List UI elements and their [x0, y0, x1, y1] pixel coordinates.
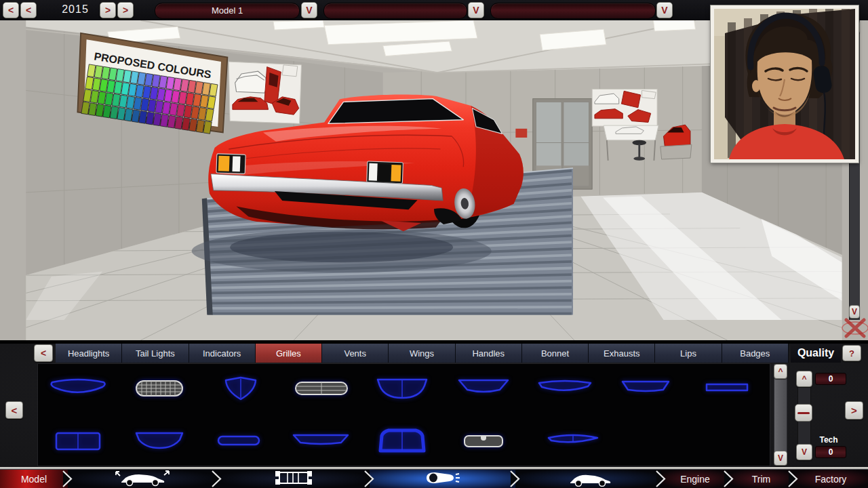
nav-step-trim-car-icon[interactable]	[515, 470, 661, 488]
grille-part-dome-split[interactable]	[370, 426, 435, 456]
tab-badges[interactable]: Badges	[722, 344, 789, 363]
grille-part-pill-notch[interactable]	[451, 426, 516, 456]
grille-part-trapezoid-wide-thin[interactable]	[288, 426, 353, 456]
nav-chevron-icon	[210, 470, 224, 488]
dropdown-3-button[interactable]: V	[656, 2, 673, 18]
dropdown-2[interactable]	[323, 3, 467, 19]
nav-chevron-icon	[787, 470, 800, 488]
trim-car-icon	[565, 469, 612, 488]
fixture-selection-panel: < HeadlightsTail LightsIndicatorsGrilles…	[0, 340, 868, 469]
nav-chevron-icon	[654, 470, 668, 488]
dropdown-2-button[interactable]: V	[468, 2, 484, 18]
grille-part-smile-thin[interactable]	[532, 373, 597, 403]
model-dropdown-button[interactable]: V	[301, 2, 317, 18]
design-sketch-poster-left	[229, 62, 301, 123]
quality-slider-handle[interactable]	[795, 404, 812, 422]
styling-icon	[112, 469, 173, 488]
grille-part-trapezoid-round[interactable]	[127, 426, 192, 456]
grille-part-trapezoid-thin[interactable]	[613, 373, 678, 403]
tech-value: 0	[815, 446, 846, 458]
tab-indicators[interactable]: Indicators	[189, 344, 256, 363]
facecam-video	[714, 9, 855, 159]
parts-prev-page-button[interactable]: <	[5, 401, 23, 419]
nav-chevron-icon	[61, 470, 75, 488]
tab-lips[interactable]: Lips	[655, 344, 722, 363]
nav-step-engine[interactable]: Engine	[661, 470, 729, 488]
grille-part-pill-thin[interactable]	[206, 426, 271, 456]
game-window: < < 2015 > > Model 1 V V V	[0, 0, 868, 488]
tab-exhausts[interactable]: Exhausts	[589, 344, 655, 363]
grille-part-mesh-oval[interactable]	[127, 373, 192, 403]
nav-chevron-icon	[722, 470, 736, 488]
nav-step-trim[interactable]: Trim	[729, 470, 793, 488]
year-label: 2015	[45, 3, 106, 16]
quality-up-button[interactable]: ^	[796, 371, 812, 387]
parts-next-page-button[interactable]: >	[845, 401, 863, 420]
tech-label: Tech	[811, 435, 846, 445]
nav-chevron-icon	[509, 470, 522, 488]
quality-panel-title: Quality	[791, 344, 841, 363]
grille-part-halfround-split[interactable]	[370, 373, 435, 403]
tab-tail-lights[interactable]: Tail Lights	[122, 344, 189, 363]
tab-bonnet[interactable]: Bonnet	[522, 344, 589, 363]
wall-cabinet	[515, 129, 527, 138]
grille-part-shield[interactable]	[208, 373, 273, 403]
car-taillight-right	[367, 161, 403, 184]
grille-part-slat-oval[interactable]	[289, 373, 354, 403]
tab-vents[interactable]: Vents	[322, 344, 389, 363]
tab-wings[interactable]: Wings	[389, 344, 455, 363]
year-next-button[interactable]: >	[100, 2, 116, 18]
facecam-overlay	[711, 5, 859, 163]
quality-down-button[interactable]: V	[796, 444, 812, 460]
design-step-nav: ModelEngineTrimFactory	[0, 469, 868, 488]
headlight-icon	[422, 469, 463, 488]
quality-value: 0	[815, 373, 846, 385]
tab-grilles[interactable]: Grilles	[256, 344, 322, 363]
chassis-icon	[270, 469, 317, 488]
design-sketch-poster-back	[592, 89, 657, 127]
nav-step-headlight-icon-active[interactable]	[370, 470, 515, 488]
fixture-tab-bar: HeadlightsTail LightsIndicatorsGrillesVe…	[56, 344, 789, 363]
nav-step-styling-icon[interactable]	[68, 470, 217, 488]
year-prev-fast-button[interactable]: <	[20, 2, 37, 18]
tab-handles[interactable]: Handles	[456, 344, 522, 363]
grille-part-lens-split[interactable]	[540, 426, 606, 456]
parts-scrollbar[interactable]: ^ V	[774, 364, 787, 466]
year-next-fast-button[interactable]: >	[117, 2, 134, 18]
grille-part-bar-flat[interactable]	[694, 373, 760, 403]
tab-headlights[interactable]: Headlights	[56, 344, 122, 363]
help-button[interactable]: ?	[842, 345, 861, 361]
grille-part-rect-split[interactable]	[45, 426, 111, 456]
tabs-back-button[interactable]: <	[34, 344, 53, 362]
grille-part-trapezoid[interactable]	[451, 373, 516, 403]
grille-part-smile-wide[interactable]	[45, 373, 111, 403]
parts-scroll-up-button[interactable]: ^	[774, 364, 787, 379]
parts-scroll-down-button[interactable]: V	[774, 451, 787, 466]
model-dropdown[interactable]: Model 1	[155, 3, 300, 19]
nav-chevron-icon	[363, 470, 376, 488]
nav-step-model[interactable]: Model	[0, 470, 68, 488]
year-prev-button[interactable]: <	[3, 2, 19, 18]
camera-locked-icon	[841, 316, 868, 340]
model-dropdown-value: Model 1	[155, 3, 299, 18]
nav-step-factory[interactable]: Factory	[793, 470, 868, 488]
car-taillight-left	[216, 154, 245, 174]
dropdown-3[interactable]	[490, 3, 656, 19]
nav-step-chassis-icon[interactable]	[217, 470, 370, 488]
